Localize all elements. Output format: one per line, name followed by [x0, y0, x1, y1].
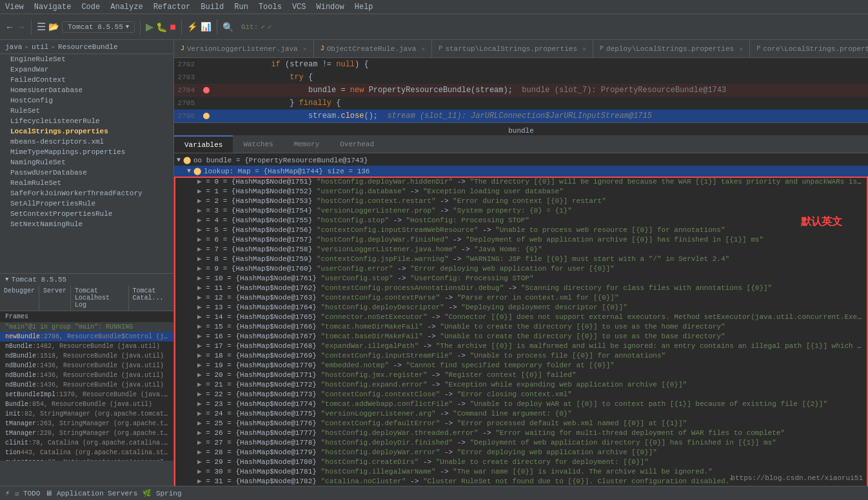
search-everywhere-button[interactable]: 🔍	[222, 22, 233, 32]
map-entry-27[interactable]: ▶ = 27 = {HashMap$Node@1778} "hostConfig…	[174, 438, 868, 447]
map-entry-2[interactable]: ▶ = 2 = {HashMap$Node@1753} "hostConfig.…	[174, 196, 868, 206]
callstack-item-5[interactable]: ndBundle:1436, ResourceBundle (java.util…	[0, 380, 173, 390]
close-icon4[interactable]: ✕	[739, 45, 743, 53]
map-entry-13[interactable]: ▶ = 13 = {HashMap$Node@1764} "hostConfig…	[174, 302, 868, 312]
tab-versionlogger[interactable]: J VersionLoggerListener.java ✕	[174, 40, 314, 57]
file-item-failedcontext[interactable]: FailedContext	[0, 75, 173, 85]
close-icon[interactable]: ✕	[303, 45, 307, 53]
menu-window[interactable]: Window	[311, 0, 350, 14]
map-entry-18[interactable]: ▶ = 18 = {HashMap$Node@1769} "contextCon…	[174, 351, 868, 360]
tab-objectcreaterule[interactable]: J ObjectCreateRule.java ✕	[314, 40, 433, 57]
profile-button[interactable]: 📊	[201, 22, 212, 32]
file-item-setallproperties[interactable]: SetAllPropertiesRule	[0, 198, 173, 209]
map-entry-7[interactable]: ▶ = 7 = {HashMap$Node@1758} "versionLogg…	[174, 244, 868, 254]
tab-startup-localstrings[interactable]: P startup\LocalStrings.properties ✕	[432, 40, 593, 57]
callstack-item-11[interactable]: clinit:78, Catalina (org.apache.catalina…	[0, 438, 173, 448]
menu-help[interactable]: Help	[350, 0, 379, 14]
tab-variables[interactable]: Variables	[174, 135, 233, 153]
map-entry-24[interactable]: ▶ = 24 = {HashMap$Node@1775} "versionLog…	[174, 409, 868, 418]
map-entry-23[interactable]: ▶ = 23 = {HashMap$Node@1774} "tomcat.add…	[174, 399, 868, 409]
map-entry-10[interactable]: ▶ = 10 = {HashMap$Node@1761} "userConfig…	[174, 273, 868, 283]
callstack-item-8[interactable]: init:82, StringManager (org.apache.tomca…	[0, 409, 173, 419]
map-entry-1[interactable]: ▶ = 1 = {HashMap$Node@1752} "userConfig.…	[174, 186, 868, 196]
map-entry-20[interactable]: ▶ = 20 = {HashMap$Node@1771} "hostConfig…	[174, 370, 868, 380]
file-item-hostconfig[interactable]: HostConfig	[0, 95, 173, 106]
file-item-setcontextproperties[interactable]: SetContextPropertiesRule	[0, 209, 173, 219]
run-button[interactable]: ▶	[146, 21, 153, 33]
app-servers-label[interactable]: 🖥 Application Servers	[45, 489, 137, 497]
file-item-namingruleset[interactable]: NamingRuleSet	[0, 157, 173, 168]
map-entry-26[interactable]: ▶ = 26 = {HashMap$Node@1777} "hostConfig…	[174, 428, 868, 438]
var-root[interactable]: ▼ ⬤ oo bundle = {PropertyResourceBundle@…	[174, 155, 868, 166]
forward-button[interactable]: →	[17, 22, 26, 32]
close-icon2[interactable]: ✕	[421, 45, 425, 53]
menu-navigate[interactable]: Navigate	[29, 0, 77, 14]
stop-button[interactable]: ■	[170, 21, 176, 33]
file-item-mbeans[interactable]: mbeans-descriptors.xml	[0, 137, 173, 147]
debug-button[interactable]: 🐛	[156, 22, 167, 32]
todo-label[interactable]: ☑ TODO	[15, 490, 40, 497]
map-entry-12[interactable]: ▶ = 12 = {HashMap$Node@1763} "contextCon…	[174, 293, 868, 302]
menu-run[interactable]: Run	[229, 0, 253, 14]
map-entry-3[interactable]: ▶ = 3 = {HashMap$Node@1754} "versionLogg…	[174, 206, 868, 215]
callstack-item-3[interactable]: ndBundle:1436, ResourceBundle (java.util…	[0, 361, 173, 370]
callstack-item-7[interactable]: Bundle:854, ResourceBundle (java.util)	[0, 399, 173, 409]
map-entry-25[interactable]: ▶ = 25 = {HashMap$Node@1776} "contextCon…	[174, 418, 868, 428]
menu-vcs[interactable]: VCS	[287, 0, 311, 14]
debug-tab-server[interactable]: Server	[39, 285, 71, 311]
map-entry-0[interactable]: ▶ = 0 = {HashMap$Node@1751} "hostConfig.…	[174, 177, 868, 186]
callstack-item-6[interactable]: setBundleImpl:1370, ResourceBundle (java…	[0, 390, 173, 399]
back-button[interactable]: ←	[5, 22, 14, 32]
breadcrumb-java[interactable]: java	[5, 43, 22, 51]
map-entry-16[interactable]: ▶ = 16 = {HashMap$Node@1767} "tomcat.bas…	[174, 331, 868, 341]
callstack-item-9[interactable]: tManager:263, StringManager (org.apache.…	[0, 419, 173, 428]
close-icon3[interactable]: ✕	[582, 45, 586, 53]
breadcrumb-resource[interactable]: ResourceBundle	[58, 43, 117, 51]
map-entry-22[interactable]: ▶ = 22 = {HashMap$Node@1773} "contextCon…	[174, 389, 868, 399]
callstack-item-12[interactable]: tion443, Catalina (org.apache.catalina.s…	[0, 448, 173, 457]
var-lookup[interactable]: ▼ ⬤ lookup: Map = {HashMap@1744} size = …	[174, 166, 868, 177]
tab-deploy-localstrings[interactable]: P deploy\LocalStrings.properties ✕	[593, 40, 750, 57]
menu-view[interactable]: View	[0, 0, 29, 14]
map-entry-4[interactable]: ▶ = 4 = {HashMap$Node@1755} "hostConfig.…	[174, 215, 868, 225]
map-entry-8[interactable]: ▶ = 8 = {HashMap$Node@1759} "contextConf…	[174, 254, 868, 264]
build-button[interactable]: ☰	[37, 21, 46, 33]
tab-core-localstrings[interactable]: P core\LocalStrings.properties ✕	[750, 40, 868, 57]
menu-refactor[interactable]: Refactor	[148, 0, 196, 14]
map-entry-28[interactable]: ▶ = 28 = {HashMap$Node@1779} "hostConfig…	[174, 447, 868, 457]
map-entry-11[interactable]: ▶ = 11 = {HashMap$Node@1762} "contextCon…	[174, 283, 868, 293]
tab-memory[interactable]: Memory	[284, 135, 330, 153]
map-entry-19[interactable]: ▶ = 19 = {HashMap$Node@1770} "embedded.n…	[174, 360, 868, 370]
thread-item[interactable]: "main"@1 in group "main": RUNNING	[0, 322, 173, 332]
map-entry-17[interactable]: ▶ = 17 = {HashMap$Node@1768} "expandWar.…	[174, 341, 868, 351]
menu-tools[interactable]: Tools	[253, 0, 287, 14]
callstack-item-0[interactable]: newBundle:2706, ResourceBundle$Control (…	[0, 332, 173, 341]
callstack-item-1[interactable]: nBundle:1482, ResourceBundle (java.util)	[0, 341, 173, 351]
tab-watches[interactable]: Watches	[233, 135, 283, 153]
tab-overhead[interactable]: Overhead	[330, 135, 384, 153]
file-item-safefork[interactable]: SafeForkJoinWorkerThreadFactory	[0, 188, 173, 198]
file-item-realmruleset[interactable]: RealmRuleSet	[0, 178, 173, 188]
map-entry-21[interactable]: ▶ = 21 = {HashMap$Node@1772} "hostConfig…	[174, 380, 868, 389]
map-entry-5[interactable]: ▶ = 5 = {HashMap$Node@1756} "contextConf…	[174, 225, 868, 235]
map-entry-15[interactable]: ▶ = 15 = {HashMap$Node@1766} "tomcat.hom…	[174, 322, 868, 331]
file-item-setnextnaming[interactable]: SetNextNamingRule	[0, 219, 173, 229]
tomcat-section-header[interactable]: ▼ Tomcat 8.5.55	[0, 274, 173, 285]
map-entry-14[interactable]: ▶ = 14 = {HashMap$Node@1765} "connector.…	[174, 312, 868, 322]
menu-code[interactable]: Code	[76, 0, 105, 14]
breadcrumb-util[interactable]: util	[32, 43, 48, 51]
menu-build[interactable]: Build	[195, 0, 229, 14]
spring-label[interactable]: 🌿 Spring	[143, 489, 181, 497]
debug-tab-debugger[interactable]: Debugger	[0, 285, 39, 311]
debug-tab-catalina[interactable]: Tomcat Catal...	[129, 285, 173, 311]
file-item-lifecyclelistenerrule[interactable]: LifecycleListenerRule	[0, 116, 173, 126]
file-item-ruleset[interactable]: RuleSet	[0, 106, 173, 116]
file-item-passwduserdatabase[interactable]: PasswdUserDatabase	[0, 168, 173, 178]
file-item-localstrings[interactable]: LocalStrings.properties	[0, 126, 173, 137]
project-button[interactable]: 📂	[48, 22, 59, 32]
callstack-item-2[interactable]: ndBundle:1518, ResourceBundle (java.util…	[0, 351, 173, 361]
file-item-homesuserdatabase[interactable]: HomesUserDatabase	[0, 85, 173, 95]
callstack-item-13[interactable]: ewinstance:62, NativeConstructorAccessor…	[0, 457, 173, 461]
debug-tab-localhost[interactable]: Tomcat Localhost Log	[71, 285, 129, 311]
file-item-mimetypemappings[interactable]: MimeTypeMappings.properties	[0, 147, 173, 157]
